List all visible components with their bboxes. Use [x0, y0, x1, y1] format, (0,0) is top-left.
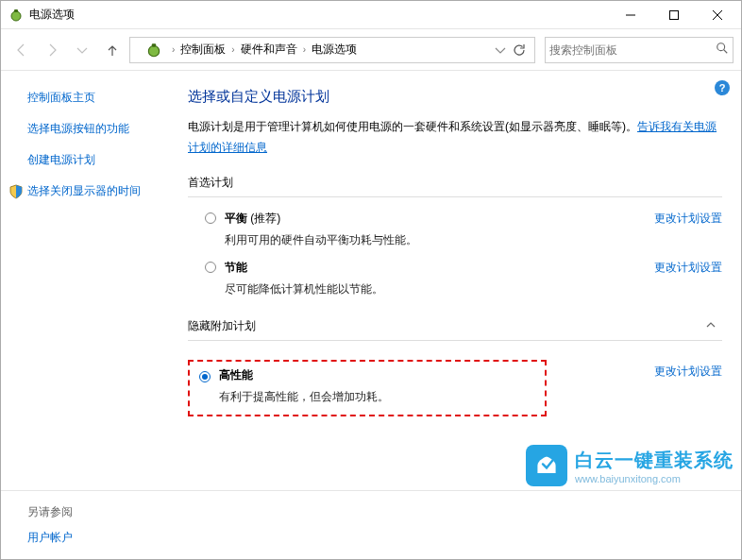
preferred-plans-label: 首选计划 [188, 175, 722, 191]
body: ? 控制面板主页 选择电源按钮的功能 创建电源计划 选择关闭显示器的时间 选择或… [1, 71, 741, 490]
sidebar-item-home[interactable]: 控制面板主页 [27, 90, 178, 106]
svg-point-8 [717, 43, 725, 51]
chevron-up-icon [705, 319, 717, 333]
back-button[interactable] [8, 37, 35, 63]
plan-balanced-radio[interactable] [205, 212, 217, 225]
breadcrumb-sep: › [231, 44, 234, 55]
refresh-button[interactable] [510, 37, 529, 63]
svg-point-0 [11, 11, 21, 21]
sidebar: 控制面板主页 选择电源按钮的功能 创建电源计划 选择关闭显示器的时间 [1, 71, 188, 490]
plan-saver-name: 节能 [225, 260, 632, 276]
plan-balanced-row: 平衡 (推荐) 利用可用的硬件自动平衡功耗与性能。 更改计划设置 [188, 203, 722, 252]
divider [188, 196, 722, 197]
breadcrumb[interactable]: › 控制面板 › 硬件和声音 › 电源选项 [129, 37, 535, 63]
plan-high-performance-name: 高性能 [219, 367, 539, 383]
sidebar-item-label: 选择关闭显示器的时间 [27, 183, 141, 199]
shield-icon [8, 184, 24, 199]
titlebar: 电源选项 [1, 1, 741, 29]
content: 选择或自定义电源计划 电源计划是用于管理计算机如何使用电源的一套硬件和系统设置(… [188, 71, 741, 490]
breadcrumb-dropdown-icon[interactable] [491, 37, 510, 63]
location-icon [145, 42, 162, 59]
search-icon[interactable] [716, 42, 729, 58]
sidebar-item-power-button[interactable]: 选择电源按钮的功能 [27, 121, 178, 137]
breadcrumb-sep: › [172, 44, 175, 55]
navbar: › 控制面板 › 硬件和声音 › 电源选项 [1, 29, 741, 71]
sidebar-item-display-off[interactable]: 选择关闭显示器的时间 [8, 183, 178, 199]
plan-high-performance-change-link[interactable]: 更改计划设置 [654, 364, 722, 380]
svg-line-9 [724, 50, 728, 54]
plan-saver-desc: 尽可能降低计算机性能以节能。 [225, 281, 632, 297]
page-description-text: 电源计划是用于管理计算机如何使用电源的一套硬件和系统设置(如显示器亮度、睡眠等)… [188, 120, 637, 133]
breadcrumb-crumb-0[interactable]: 控制面板 [180, 42, 226, 58]
svg-rect-7 [152, 43, 157, 46]
page-title: 选择或自定义电源计划 [188, 88, 722, 106]
svg-rect-1 [14, 9, 18, 12]
plan-saver-radio[interactable] [205, 262, 217, 274]
plan-high-performance-row: 高性能 有利于提高性能，但会增加功耗。 更改计划设置 [188, 347, 722, 420]
window-buttons [609, 1, 739, 28]
plan-saver-row: 节能 尽可能降低计算机性能以节能。 更改计划设置 [188, 252, 722, 301]
breadcrumb-sep: › [303, 44, 306, 55]
breadcrumb-crumb-1[interactable]: 硬件和声音 [241, 42, 297, 58]
plan-balanced-name: 平衡 (推荐) [225, 211, 632, 227]
plan-balanced-change-link[interactable]: 更改计划设置 [654, 211, 722, 227]
footer-link-user-accounts[interactable]: 用户帐户 [27, 531, 73, 544]
plan-high-performance-desc: 有利于提高性能，但会增加功耗。 [219, 389, 539, 405]
hidden-plans-label: 隐藏附加计划 [188, 318, 705, 334]
see-also-label: 另请参阅 [27, 504, 741, 520]
divider [188, 340, 722, 341]
footer: 另请参阅 用户帐户 [1, 490, 741, 559]
recent-dropdown[interactable] [69, 37, 95, 63]
close-button[interactable] [696, 1, 739, 28]
hidden-plans-header[interactable]: 隐藏附加计划 [188, 313, 722, 340]
minimize-button[interactable] [609, 1, 652, 28]
plan-saver-change-link[interactable]: 更改计划设置 [654, 260, 722, 276]
maximize-button[interactable] [652, 1, 696, 28]
svg-point-6 [148, 45, 159, 56]
up-button[interactable] [99, 37, 126, 63]
sidebar-item-create-plan[interactable]: 创建电源计划 [27, 152, 178, 168]
svg-rect-3 [670, 10, 679, 19]
page-description: 电源计划是用于管理计算机如何使用电源的一套硬件和系统设置(如显示器亮度、睡眠等)… [188, 117, 722, 158]
breadcrumb-crumb-2[interactable]: 电源选项 [312, 42, 357, 58]
window: 电源选项 › 控制面板 › 硬件和声音 › 电源选项 [0, 0, 742, 560]
app-icon [8, 8, 24, 23]
forward-button[interactable] [39, 37, 65, 63]
plan-high-performance-radio[interactable] [199, 369, 211, 382]
plan-balanced-desc: 利用可用的硬件自动平衡功耗与性能。 [225, 232, 632, 248]
search-box[interactable] [545, 37, 734, 63]
window-title: 电源选项 [29, 7, 609, 23]
highlight-box: 高性能 有利于提高性能，但会增加功耗。 [188, 360, 547, 416]
search-input[interactable] [549, 43, 716, 57]
